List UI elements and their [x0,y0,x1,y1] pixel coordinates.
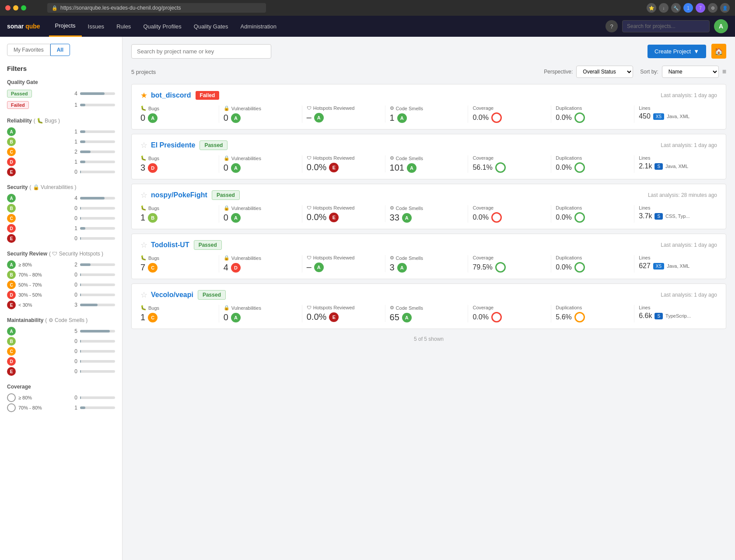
security-circle-C: C [7,214,16,223]
nav-item-quality-profiles[interactable]: Quality Profiles [137,16,187,37]
nav-item-quality-gates[interactable]: Quality Gates [188,16,234,37]
dup-circle [574,112,585,123]
vulnerabilities-metric: 🔒 Vulnerabilities 0 A [219,205,302,223]
security-review-E[interactable]: E < 30% 3 [7,301,115,309]
coverage-metric: Coverage 79.5% [468,255,551,273]
dropdown-arrow-icon: ▼ [693,48,699,55]
toggle-all[interactable]: All [50,44,70,56]
filter-reliability-title: Reliability ( 🐛 Bugs ) [7,118,115,124]
project-name-link[interactable]: Todolist-UT [151,241,189,249]
nav-item-projects[interactable]: Projects [49,16,82,37]
security-circle-A: A [7,194,16,203]
security-review-A[interactable]: A ≥ 80% 2 [7,260,115,269]
reliability-B-count: 1 [74,139,77,145]
security-grade-A[interactable]: A 4 [7,194,115,203]
duplications-metric: Duplications 0.0% [551,105,634,123]
bugs-grade: B [148,213,158,223]
lines-metric: Lines 3.7k S CSS, Typ... [634,205,717,220]
url-bar[interactable]: 🔒 https://sonarqube.les-evades-du-chenil… [47,3,266,13]
favorite-star-icon[interactable]: ★ [140,91,147,100]
last-analysis-text: Last analysis: 1 day ago [661,92,717,98]
hotspot-grade: A [314,113,324,122]
filter-quality-gate-passed[interactable]: Passed 4 [7,89,115,98]
vulnerabilities-metric: 🔒 Vulnerabilities 0 A [219,305,302,322]
nav-avatar[interactable]: A [714,19,728,33]
reliability-grade-B[interactable]: B 1 [7,137,115,146]
coverage-metric: Coverage 0.0% [468,305,551,322]
hotspots-metric: 🛡 Hotspots Reviewed – A [302,105,385,122]
project-name-link[interactable]: Vecolo/veapi [151,291,193,299]
hotspot-grade: E [329,163,339,172]
security-grade-B[interactable]: B 0 [7,204,115,213]
coverage-70-80[interactable]: 70% - 80% 1 [7,403,115,412]
reliability-E-bar [80,171,115,173]
perspective-label: Perspective: [544,69,573,75]
code-smells-metric: ⚙ Code Smells 1 A [385,105,469,123]
reliability-D-count: 1 [74,159,77,165]
project-card-nospy-pokefight: ☆ nospy/PokeFight Passed Last analysis: … [131,184,726,229]
favorite-star-icon[interactable]: ☆ [140,290,147,300]
list-view-icon[interactable]: ≡ [722,68,726,76]
nav-item-administration[interactable]: Administration [234,16,283,37]
nav-help-icon[interactable]: ? [606,20,618,32]
project-header: ☆ Todolist-UT Passed Last analysis: 1 da… [140,240,717,250]
coverage-80plus[interactable]: ≥ 80% 0 [7,393,115,402]
nav-search-input[interactable] [622,20,710,32]
project-name-link[interactable]: bot_discord [151,91,191,99]
nav-right: ? A [606,19,728,33]
vuln-grade: A [231,213,241,223]
maintainability-B[interactable]: B 0 [7,337,115,346]
sort-select[interactable]: Name [662,66,719,78]
duplications-metric: Duplications 0.0% [551,205,634,223]
smells-grade: A [397,263,407,273]
reliability-A-count: 1 [74,129,77,135]
security-review-C[interactable]: C 50% - 70% 0 [7,280,115,289]
maintainability-C[interactable]: C 0 [7,347,115,356]
filter-coverage: Coverage ≥ 80% 0 70% - 80% 1 [7,384,115,412]
grade-circle-D: D [7,158,16,166]
filter-quality-gate-failed[interactable]: Failed 1 [7,100,115,110]
security-grade-C[interactable]: C 0 [7,214,115,223]
favorite-star-icon[interactable]: ☆ [140,140,147,150]
browser-ext3-icon: ⚙ [708,3,718,13]
hotspot-grade: E [329,213,339,222]
security-review-D[interactable]: D 30% - 50% 0 [7,290,115,299]
dup-circle [574,162,585,173]
project-name-link[interactable]: El Presidente [151,141,195,149]
coverage-circle [495,162,506,173]
lang-badge: S [654,313,663,319]
quality-gate-passed-badge[interactable]: Passed [7,90,32,98]
toggle-my-favorites[interactable]: My Favorites [7,44,50,56]
home-button[interactable]: 🏠 [711,44,726,59]
perspective-select[interactable]: Overall Status [576,66,633,78]
security-review-B[interactable]: B 70% - 80% 0 [7,270,115,279]
coverage-circle [491,112,502,123]
security-circle-E: E [7,234,16,243]
nav-item-rules[interactable]: Rules [110,16,137,37]
reliability-grade-A[interactable]: A 1 [7,127,115,136]
maintainability-D[interactable]: D 0 [7,357,115,366]
hotspot-grade: E [329,312,339,322]
reliability-grade-D[interactable]: D 1 [7,158,115,166]
grade-circle-C: C [7,147,16,156]
security-grade-E[interactable]: E 0 [7,234,115,243]
project-search-input[interactable] [131,44,271,59]
create-project-button[interactable]: Create Project ▼ [648,45,706,58]
project-count: 5 projects [131,69,156,75]
favorite-star-icon[interactable]: ☆ [140,240,147,250]
project-name-link[interactable]: nospy/PokeFight [151,191,207,199]
lang-badge: S [654,163,663,170]
lang-badge: XS [653,263,664,270]
page-layout: My Favorites All Filters Quality Gate Pa… [0,37,735,560]
nav-item-issues[interactable]: Issues [82,16,111,37]
favorite-star-icon[interactable]: ☆ [140,190,147,200]
coverage-metric: Coverage 0.0% [468,205,551,223]
bugs-metric: 🐛 Bugs 1 C [140,305,219,322]
coverage-circle [495,262,506,273]
maintainability-E[interactable]: E 0 [7,367,115,376]
security-grade-D[interactable]: D 1 [7,224,115,233]
quality-gate-failed-badge[interactable]: Failed [7,101,29,109]
reliability-grade-E[interactable]: E 0 [7,168,115,176]
reliability-grade-C[interactable]: C 2 [7,147,115,156]
maintainability-A[interactable]: A 5 [7,327,115,336]
